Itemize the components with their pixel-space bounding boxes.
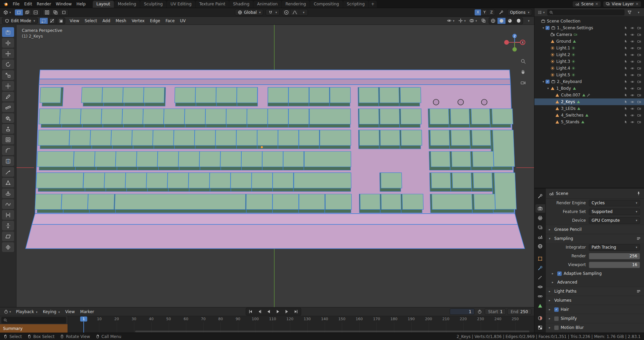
editor-type-button[interactable]: ▾ bbox=[2, 9, 12, 15]
edge-select-mode[interactable] bbox=[48, 18, 56, 24]
shading-wireframe[interactable] bbox=[489, 18, 497, 24]
mode-dropdown[interactable]: Edit Mode▾ bbox=[2, 17, 38, 24]
properties-tab-particles[interactable] bbox=[535, 273, 545, 282]
proportional-falloff[interactable] bbox=[291, 9, 299, 15]
tool-knife[interactable] bbox=[2, 167, 14, 177]
properties-tab-output[interactable] bbox=[535, 214, 545, 222]
collection-checkbox[interactable]: ✓ bbox=[546, 80, 550, 84]
properties-tab-physics[interactable] bbox=[535, 283, 545, 291]
collection-checkbox[interactable]: ✓ bbox=[546, 26, 550, 30]
outliner-row-2-keyboard[interactable]: ▾✓2._Keyboard bbox=[534, 78, 644, 85]
selectable-toggle[interactable] bbox=[624, 46, 628, 50]
render-visibility-toggle[interactable] bbox=[637, 113, 641, 118]
workspace-tab-compositing[interactable]: Compositing bbox=[310, 1, 343, 8]
proportional-dropdown[interactable]: ▾ bbox=[299, 9, 308, 15]
mirror-x-toggle[interactable]: X bbox=[475, 9, 481, 15]
tool-smooth[interactable] bbox=[2, 199, 14, 209]
viewport-menu-vertex[interactable]: Vertex bbox=[129, 18, 148, 24]
hide-toggle[interactable] bbox=[630, 53, 635, 57]
tweak-option-2[interactable] bbox=[51, 9, 60, 15]
selectable-toggle[interactable] bbox=[624, 86, 628, 90]
hide-toggle[interactable] bbox=[630, 100, 635, 104]
render-visibility-toggle[interactable] bbox=[637, 73, 641, 77]
selectable-toggle[interactable] bbox=[624, 53, 628, 57]
hide-toggle[interactable] bbox=[630, 113, 635, 118]
panel-light-paths[interactable]: ▸Light Paths bbox=[546, 287, 644, 296]
tool-rip-region[interactable] bbox=[2, 242, 14, 252]
selectable-toggle[interactable] bbox=[624, 93, 628, 97]
hide-toggle[interactable] bbox=[630, 39, 635, 44]
render-visibility-toggle[interactable] bbox=[637, 39, 641, 44]
properties-tab-scene[interactable] bbox=[535, 232, 545, 241]
play-button[interactable] bbox=[274, 308, 282, 315]
panel-simplify[interactable]: ▸Simplify bbox=[546, 314, 644, 323]
expander-icon[interactable]: ▾ bbox=[546, 87, 550, 90]
workspace-tab-scripting[interactable]: Scripting bbox=[343, 1, 368, 8]
menu-render[interactable]: Render bbox=[34, 1, 53, 7]
gizmo-neg-x-ball[interactable] bbox=[504, 40, 509, 45]
outliner-filter[interactable] bbox=[626, 9, 633, 15]
adaptive-sampling-checkbox[interactable]: ✓ bbox=[557, 271, 562, 276]
outliner-row-1-scene-settings[interactable]: ▾✓1._Scene-Settings bbox=[534, 25, 644, 31]
render-visibility-toggle[interactable] bbox=[637, 120, 641, 124]
properties-tab-object[interactable] bbox=[535, 254, 545, 263]
outliner-editor-type[interactable]: ▾ bbox=[536, 9, 546, 15]
shading-material[interactable] bbox=[506, 18, 514, 24]
render-visibility-toggle[interactable] bbox=[637, 59, 641, 64]
pan-button[interactable] bbox=[520, 69, 526, 75]
tool-edge-slide[interactable] bbox=[2, 210, 14, 220]
workspace-tab-rendering[interactable]: Rendering bbox=[282, 1, 310, 8]
navigation-gizmo[interactable]: X Z bbox=[501, 29, 528, 56]
scene-selector[interactable]: Scene × bbox=[572, 1, 601, 7]
selectable-toggle[interactable] bbox=[624, 120, 628, 124]
tweak-option-1[interactable] bbox=[43, 9, 51, 15]
outliner-row-cube-007[interactable]: Cube.007 bbox=[534, 92, 644, 98]
timeline-menu-marker[interactable]: Marker bbox=[78, 309, 97, 315]
viewport-menu-view[interactable]: View bbox=[67, 18, 82, 24]
viewport-menu-edge[interactable]: Edge bbox=[147, 18, 163, 24]
outliner-row-light-4[interactable]: Light.4 bbox=[534, 65, 644, 72]
outliner-row-3-leds[interactable]: 3_LEDs bbox=[534, 105, 644, 112]
properties-tab-object-data[interactable] bbox=[535, 301, 545, 310]
shading-rendered[interactable] bbox=[514, 18, 523, 24]
hair-checkbox[interactable]: ✓ bbox=[554, 307, 559, 312]
hide-toggle[interactable] bbox=[630, 26, 635, 30]
face-select-mode[interactable] bbox=[56, 18, 65, 24]
viewport-menu-uv[interactable]: UV bbox=[177, 18, 189, 24]
viewport-menu-add[interactable]: Add bbox=[100, 18, 113, 24]
tool-move[interactable] bbox=[2, 49, 14, 58]
tool-measure[interactable] bbox=[2, 102, 14, 112]
feature-set-dropdown[interactable]: Supported▾ bbox=[589, 209, 640, 215]
gizmos-dropdown[interactable]: ▾ bbox=[457, 17, 467, 24]
properties-tab-texture[interactable] bbox=[535, 323, 545, 332]
viewport-menu-mesh[interactable]: Mesh bbox=[113, 18, 129, 24]
select-option-extend[interactable] bbox=[23, 9, 32, 15]
outliner-row-5-stands[interactable]: 5_Stands bbox=[534, 119, 644, 125]
hide-toggle[interactable] bbox=[630, 86, 635, 91]
properties-tab-modifiers[interactable] bbox=[535, 264, 545, 272]
outliner-row-2-keys[interactable]: 2_Keys bbox=[534, 98, 644, 105]
tool-cursor[interactable] bbox=[2, 38, 14, 48]
tool-transform[interactable] bbox=[2, 81, 14, 91]
snap-settings-icon[interactable] bbox=[497, 9, 505, 15]
outliner-row-1-body[interactable]: ▾1_Body bbox=[534, 85, 644, 92]
tool-add-cube[interactable] bbox=[2, 113, 14, 123]
outliner-search[interactable] bbox=[547, 9, 625, 15]
auto-keying-toggle[interactable] bbox=[476, 308, 483, 315]
xray-toggle[interactable] bbox=[480, 17, 487, 24]
panel-adaptive-sampling[interactable]: ▸✓Adaptive Sampling bbox=[546, 269, 644, 278]
transform-orientation-dropdown[interactable]: Global▾ bbox=[235, 9, 264, 15]
viewport-3d[interactable]: Camera Perspective (1) 2_Keys X bbox=[16, 25, 534, 307]
viewport-menu-select[interactable]: Select bbox=[82, 18, 100, 24]
preset-button[interactable] bbox=[636, 289, 641, 294]
visibility-dropdown[interactable]: ▾ bbox=[446, 17, 455, 24]
pin-button[interactable] bbox=[636, 191, 641, 196]
panel-grease-pencil[interactable]: ▸Grease Pencil bbox=[546, 225, 644, 234]
next-key-button[interactable] bbox=[283, 308, 291, 315]
render-visibility-toggle[interactable] bbox=[637, 66, 641, 71]
playhead-line[interactable] bbox=[83, 321, 84, 333]
preset-button[interactable] bbox=[636, 236, 641, 241]
hide-toggle[interactable] bbox=[630, 66, 635, 71]
tool-rotate[interactable] bbox=[2, 59, 14, 69]
tool-shear[interactable] bbox=[2, 231, 14, 241]
